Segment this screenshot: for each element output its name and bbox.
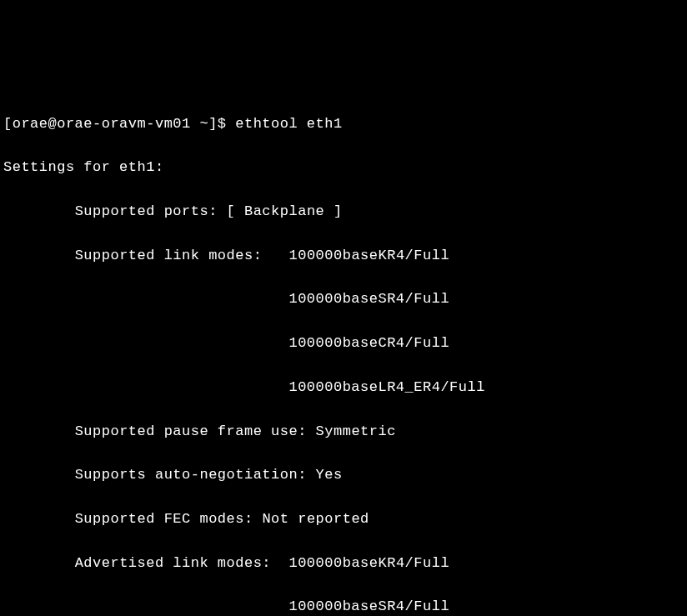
command-text: ethtool eth1 <box>235 116 342 132</box>
supported-pause-frame-line: Supported pause frame use: Symmetric <box>3 421 687 443</box>
supports-auto-negotiation-line: Supports auto-negotiation: Yes <box>3 464 687 486</box>
terminal-output: [orae@orae-oravm-vm01 ~]$ ethtool eth1 S… <box>3 91 687 616</box>
command-prompt-line[interactable]: [orae@orae-oravm-vm01 ~]$ ethtool eth1 <box>3 113 687 135</box>
supported-link-modes-line-1: 100000baseSR4/Full <box>3 288 687 310</box>
shell-prompt: [orae@orae-oravm-vm01 ~]$ <box>3 116 235 132</box>
supported-ports-line: Supported ports: [ Backplane ] <box>3 201 687 223</box>
advertised-link-modes-line-1: 100000baseSR4/Full <box>3 596 687 616</box>
supported-link-modes-line-2: 100000baseCR4/Full <box>3 333 687 354</box>
supported-link-modes-line-0: Supported link modes: 100000baseKR4/Full <box>3 245 687 267</box>
supported-link-modes-line-3: 100000baseLR4_ER4/Full <box>3 377 687 398</box>
supported-fec-modes-line: Supported FEC modes: Not reported <box>3 508 687 530</box>
advertised-link-modes-line-0: Advertised link modes: 100000baseKR4/Ful… <box>3 553 687 574</box>
settings-header: Settings for eth1: <box>3 157 687 178</box>
